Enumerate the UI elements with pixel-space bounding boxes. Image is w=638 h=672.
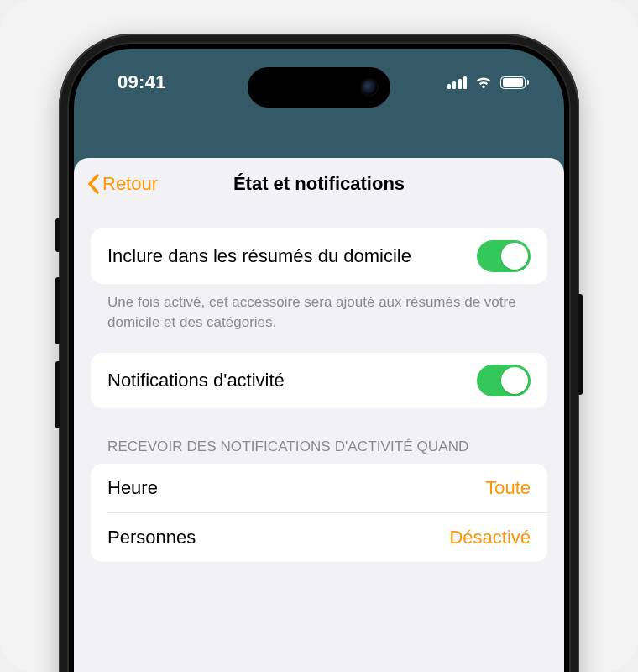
battery-icon (500, 76, 529, 89)
volume-down-button[interactable] (55, 361, 60, 428)
people-label: Personnes (107, 526, 209, 549)
include-label: Inclure dans les résumés du domicile (107, 244, 425, 268)
settings-sheet: Retour État et notifications Inclure dan… (74, 158, 564, 672)
front-camera (362, 80, 377, 95)
include-in-summaries-row[interactable]: Inclure dans les résumés du domicile (91, 228, 547, 284)
people-row[interactable]: Personnes Désactivé (91, 513, 547, 562)
cellular-icon (447, 76, 468, 89)
activity-toggle[interactable] (477, 365, 531, 396)
back-button[interactable]: Retour (87, 173, 158, 195)
people-value: Désactivé (449, 527, 531, 549)
activity-card: Notifications d'activité (91, 353, 547, 408)
side-button[interactable] (578, 294, 583, 395)
volume-up-button[interactable] (55, 277, 60, 344)
status-time: 09:41 (118, 71, 166, 93)
mute-switch[interactable] (55, 218, 60, 252)
back-label: Retour (102, 173, 158, 195)
time-label: Heure (107, 476, 171, 500)
when-card: Heure Toute Personnes Désactivé (91, 464, 547, 562)
include-card: Inclure dans les résumés du domicile (91, 228, 547, 284)
activity-notifications-row[interactable]: Notifications d'activité (91, 353, 547, 408)
include-toggle[interactable] (477, 240, 531, 272)
when-section-header: RECEVOIR DES NOTIFICATIONS D'ACTIVITÉ QU… (91, 408, 547, 464)
activity-label: Notifications d'activité (107, 369, 298, 392)
time-row[interactable]: Heure Toute (91, 464, 547, 512)
dynamic-island (248, 67, 390, 108)
include-footnote: Une fois activé, cet accessoire sera ajo… (91, 284, 547, 353)
screen: 09:41 (74, 49, 564, 672)
wifi-icon (474, 76, 493, 89)
phone-frame: 09:41 (59, 34, 579, 672)
chevron-left-icon (87, 174, 100, 194)
nav-bar: Retour État et notifications (74, 158, 564, 210)
time-value: Toute (485, 477, 531, 499)
